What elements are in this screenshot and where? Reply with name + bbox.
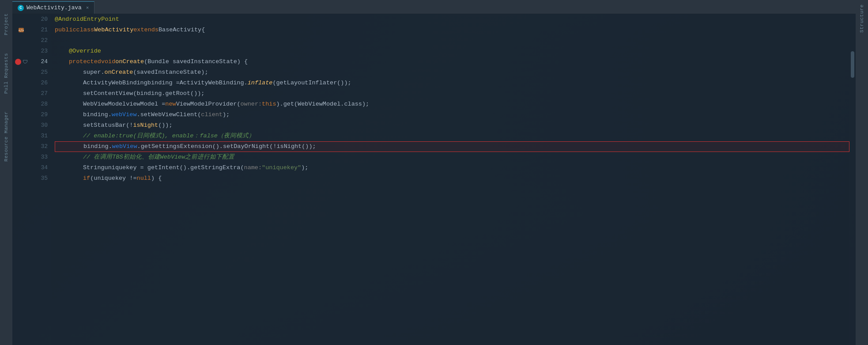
code-line-35: if (uniquekey != null) { bbox=[55, 173, 849, 184]
line-num-33: 33 bbox=[30, 152, 51, 163]
vertical-scrollbar[interactable] bbox=[849, 14, 856, 345]
gutter-marker-27 bbox=[12, 88, 30, 99]
left-panel-tabs: Project Pull Requests Resource Manager bbox=[0, 0, 12, 345]
structure-tab[interactable]: Structure bbox=[859, 4, 864, 33]
code-line-27: setContentView(binding.getRoot()); bbox=[55, 88, 849, 99]
pull-requests-tab[interactable]: Pull Requests bbox=[4, 53, 9, 94]
gutter-marker-21: </> bbox=[12, 25, 30, 35]
tab-close-button[interactable]: × bbox=[86, 5, 89, 11]
line-num-28: 28 bbox=[30, 99, 51, 110]
file-tab-name: WebActivity.java bbox=[26, 4, 82, 11]
line-num-24: 24 bbox=[30, 57, 51, 67]
gutter-marker-34 bbox=[12, 163, 30, 173]
editor-container: C WebActivity.java × </> bbox=[12, 0, 856, 345]
code-line-33: // 在调用TBS初始化、创建WebView之前进行如下配置 bbox=[55, 152, 849, 163]
resource-manager-tab[interactable]: Resource Manager bbox=[4, 111, 9, 162]
right-panel: Structure bbox=[856, 0, 868, 345]
line-num-27: 27 bbox=[30, 88, 51, 99]
code-line-29: binding.webView.setWebViewClient(client)… bbox=[55, 110, 849, 120]
line-num-25: 25 bbox=[30, 67, 51, 78]
code-line-30: setStatusBar(!isNight()); bbox=[55, 120, 849, 131]
gutter-marker-30 bbox=[12, 120, 30, 131]
line-num-22: 22 bbox=[30, 35, 51, 46]
gutter-marker-23 bbox=[12, 46, 30, 57]
code-line-34: String uniquekey = getIntent().getString… bbox=[55, 163, 849, 173]
line-num-20: 20 bbox=[30, 14, 51, 25]
gutter-marker-32 bbox=[12, 141, 30, 152]
gutter-marker-20 bbox=[12, 14, 30, 25]
gutter-marker-31 bbox=[12, 131, 30, 141]
line-num-32: 32 bbox=[30, 141, 51, 152]
gutter-marker-33 bbox=[12, 152, 30, 163]
line-num-29: 29 bbox=[30, 110, 51, 120]
code-line-21: public class WebActivity extends BaseAct… bbox=[55, 25, 849, 35]
code-editor[interactable]: @AndroidEntryPoint public class WebActiv… bbox=[51, 14, 849, 345]
line-num-23: 23 bbox=[30, 46, 51, 57]
gutter-marker-28 bbox=[12, 99, 30, 110]
code-line-26: ActivityWebBinding binding = ActivityWeb… bbox=[55, 78, 849, 88]
line-num-30: 30 bbox=[30, 120, 51, 131]
code-line-20: @AndroidEntryPoint bbox=[55, 14, 849, 25]
line-numbers: 20 21 22 23 24 25 26 27 28 29 30 31 32 3… bbox=[30, 14, 51, 345]
code-area: </> 🛡 20 bbox=[12, 14, 856, 345]
tab-bar: C WebActivity.java × bbox=[12, 0, 856, 14]
line-num-35: 35 bbox=[30, 173, 51, 184]
gutter-markers: </> 🛡 bbox=[12, 14, 30, 345]
gutter-marker-25 bbox=[12, 67, 30, 78]
code-line-25: super.onCreate(savedInstanceState); bbox=[55, 67, 849, 78]
gutter-marker-35 bbox=[12, 173, 30, 184]
file-tab-icon: C bbox=[18, 5, 24, 11]
line-num-31: 31 bbox=[30, 131, 51, 141]
line-num-26: 26 bbox=[30, 78, 51, 88]
shield-icon: 🛡 bbox=[23, 59, 28, 65]
gutter-marker-22 bbox=[12, 35, 30, 46]
gutter-marker-24[interactable]: 🛡 bbox=[12, 57, 30, 67]
code-line-28: WebViewModel viewModel = new ViewModelPr… bbox=[55, 99, 849, 110]
line-num-21: 21 bbox=[30, 25, 51, 35]
file-tab[interactable]: C WebActivity.java × bbox=[12, 1, 94, 14]
gutter-marker-26 bbox=[12, 78, 30, 88]
svg-text:</>: </> bbox=[19, 29, 24, 32]
code-line-32: binding.webView.getSettingsExtension().s… bbox=[55, 141, 849, 152]
code-line-22 bbox=[55, 35, 849, 46]
breakpoint-dot[interactable] bbox=[15, 59, 21, 65]
line-num-34: 34 bbox=[30, 163, 51, 173]
gutter-marker-29 bbox=[12, 110, 30, 120]
code-line-24: protected void onCreate(Bundle savedInst… bbox=[55, 57, 849, 67]
scrollbar-thumb[interactable] bbox=[851, 51, 854, 78]
project-tab[interactable]: Project bbox=[4, 13, 9, 35]
code-line-31: // enable:true(日间模式), enable：false（夜间模式） bbox=[55, 131, 849, 141]
code-line-23: @Override bbox=[55, 46, 849, 57]
